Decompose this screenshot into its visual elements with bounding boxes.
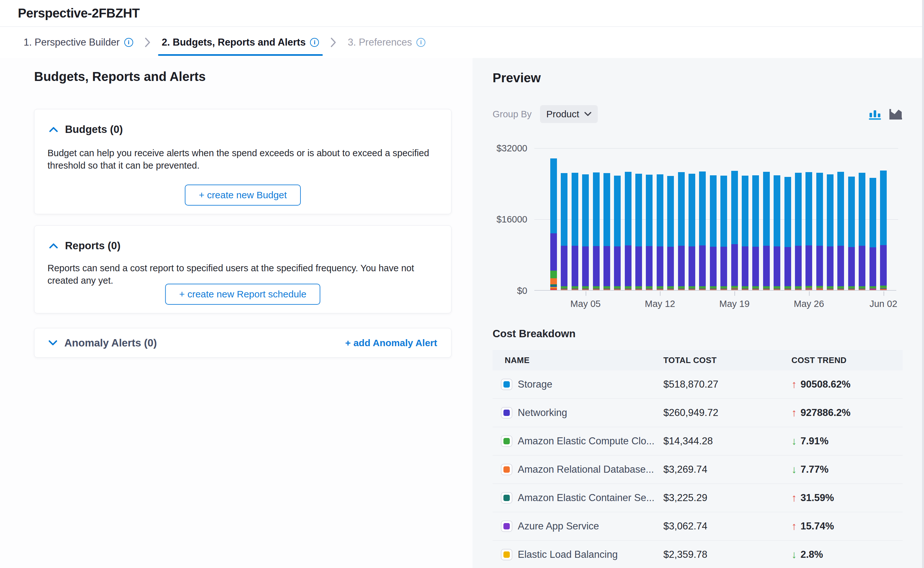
- bar-segment: [837, 290, 844, 290]
- bar-segment: [614, 176, 621, 246]
- bar-segment: [848, 177, 855, 247]
- bar-segment: [880, 171, 887, 245]
- column-header-cost-trend: COST TREND: [791, 355, 903, 365]
- budgets-description: Budget can help you receive alerts when …: [47, 147, 446, 172]
- bar-segment: [880, 289, 887, 290]
- stacked-bar[interactable]: [646, 175, 653, 290]
- row-total-cost: $518,870.27: [663, 379, 791, 390]
- bar-segment: [870, 289, 876, 290]
- stacked-bar[interactable]: [689, 174, 695, 290]
- stacked-bar[interactable]: [880, 171, 887, 290]
- row-name-cell: Azure App Service: [493, 521, 663, 532]
- stacked-bar[interactable]: [795, 173, 802, 290]
- bar-segment: [699, 290, 706, 290]
- table-row[interactable]: Amazon Relational Database...$3,269.74↓7…: [493, 455, 903, 484]
- bar-segment: [646, 290, 653, 290]
- stacked-bar[interactable]: [593, 172, 600, 290]
- stacked-bar[interactable]: [773, 175, 780, 290]
- area-chart-icon[interactable]: [888, 106, 904, 121]
- stacked-bar[interactable]: [614, 176, 621, 290]
- stacked-bar[interactable]: [827, 174, 834, 290]
- bar-chart-icon[interactable]: [867, 106, 883, 121]
- stacked-bar[interactable]: [561, 173, 567, 290]
- stacked-bar[interactable]: [710, 175, 717, 290]
- stacked-bar[interactable]: [784, 177, 791, 290]
- add-anomaly-alert-button[interactable]: + add Anomaly Alert: [345, 338, 437, 348]
- x-axis-tick-label: May 12: [645, 299, 675, 309]
- anomaly-alerts-title: Anomaly Alerts (0): [64, 337, 157, 349]
- table-row[interactable]: Storage$518,870.27↑90508.62%: [493, 370, 903, 399]
- stacked-bar[interactable]: [848, 177, 855, 290]
- bar-segment: [721, 290, 727, 290]
- stacked-bar[interactable]: [805, 172, 812, 290]
- stacked-bar[interactable]: [699, 171, 706, 290]
- reports-description: Reports can send a cost report to specif…: [47, 262, 446, 287]
- info-icon[interactable]: i: [310, 38, 319, 47]
- stacked-bar[interactable]: [837, 172, 844, 290]
- series-color-swatch: [501, 407, 512, 418]
- stacked-bar[interactable]: [870, 178, 876, 290]
- tab-preferences[interactable]: 3. Preferences i: [345, 27, 428, 58]
- stacked-bar[interactable]: [582, 174, 589, 290]
- trend-up-icon: ↑: [791, 407, 797, 419]
- bar-segment: [795, 246, 802, 286]
- stacked-bar[interactable]: [635, 174, 642, 290]
- anomaly-alerts-header[interactable]: Anomaly Alerts (0): [48, 337, 157, 349]
- row-name: Storage: [518, 379, 553, 390]
- stacked-bar[interactable]: [731, 171, 738, 290]
- stacked-bar[interactable]: [752, 175, 759, 290]
- trend-percent: 15.74%: [801, 521, 834, 532]
- x-axis-tick-mark: [586, 292, 586, 296]
- bar-segment: [625, 290, 632, 290]
- chart-plot[interactable]: May 05May 12May 19May 26Jun 02: [534, 148, 896, 291]
- trend-down-icon: ↓: [791, 435, 797, 447]
- stacked-bar[interactable]: [603, 173, 610, 290]
- bar-segment: [805, 290, 812, 290]
- table-row[interactable]: Amazon Elastic Container Se...$3,225.29↑…: [493, 484, 903, 512]
- create-report-schedule-button[interactable]: + create new Report schedule: [165, 284, 320, 305]
- info-icon[interactable]: i: [124, 38, 133, 47]
- table-row[interactable]: Amazon Elastic Compute Clo...$14,344.28↓…: [493, 427, 903, 455]
- bar-segment: [731, 171, 738, 244]
- reports-card-title: Reports (0): [65, 240, 121, 252]
- group-by-value: Product: [546, 109, 579, 119]
- bar-segment: [646, 246, 653, 286]
- scrollbar-track[interactable]: [922, 0, 924, 568]
- group-by-dropdown[interactable]: Product: [540, 105, 598, 123]
- stacked-bar[interactable]: [742, 176, 748, 290]
- stacked-bar[interactable]: [657, 174, 663, 290]
- stacked-bar[interactable]: [625, 172, 632, 290]
- reports-card-header[interactable]: Reports (0): [49, 240, 121, 252]
- info-icon[interactable]: i: [416, 38, 425, 47]
- bar-segment: [550, 278, 557, 284]
- stacked-bar[interactable]: [667, 176, 674, 290]
- budgets-card-header[interactable]: Budgets (0): [49, 123, 123, 136]
- row-name-cell: Amazon Elastic Container Se...: [493, 492, 663, 504]
- bar-segment: [763, 290, 770, 290]
- table-row[interactable]: Azure App Service$3,062.74↑15.74%: [493, 512, 903, 541]
- bar-segment: [827, 174, 834, 246]
- stacked-bar[interactable]: [763, 172, 770, 290]
- stacked-bar[interactable]: [571, 173, 578, 290]
- bar-segment: [710, 290, 717, 290]
- bar-segment: [689, 174, 695, 246]
- stacked-bar[interactable]: [721, 176, 727, 290]
- table-row[interactable]: Networking$260,949.72↑927886.2%: [493, 399, 903, 427]
- bar-segment: [870, 178, 876, 247]
- create-budget-button[interactable]: + create new Budget: [185, 184, 301, 205]
- table-row[interactable]: Elastic Load Balancing$2,359.78↓2.8%: [493, 541, 903, 568]
- stacked-bar[interactable]: [678, 172, 685, 290]
- x-axis-tick-label: May 19: [719, 299, 750, 309]
- bar-segment: [742, 290, 748, 290]
- tab-budgets-reports-alerts[interactable]: 2. Budgets, Reports and Alerts i: [159, 27, 322, 58]
- stacked-bar[interactable]: [550, 159, 557, 290]
- stacked-bar[interactable]: [859, 173, 865, 290]
- tab-perspective-builder[interactable]: 1. Perspective Builder i: [21, 27, 136, 58]
- bar-segment: [805, 245, 812, 286]
- bar-segment: [550, 288, 557, 290]
- chevron-right-icon: [330, 37, 336, 48]
- stacked-bar[interactable]: [816, 173, 823, 290]
- bar-segment: [721, 176, 727, 247]
- chevron-down-icon: [48, 340, 57, 346]
- bar-segment: [678, 246, 685, 286]
